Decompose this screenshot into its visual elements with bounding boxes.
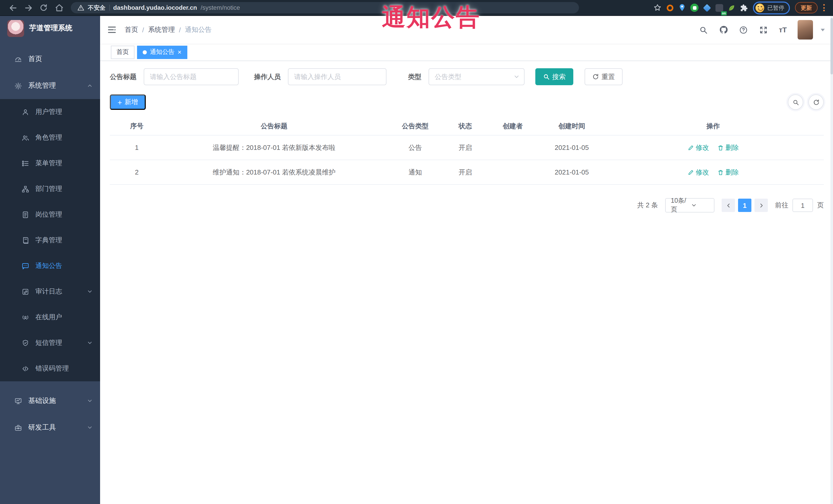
app-logo-row[interactable]: 芋道管理系统: [0, 16, 100, 41]
cell-no: 1: [110, 144, 164, 151]
scrollbar-thumb[interactable]: [830, 18, 833, 74]
page-number-1[interactable]: 1: [738, 199, 752, 212]
url-path[interactable]: /system/notice: [201, 4, 240, 11]
url-divider: [109, 5, 110, 11]
breadcrumb-home[interactable]: 首页: [125, 25, 138, 34]
font-size-icon[interactable]: тT: [779, 26, 787, 34]
search-icon: [543, 73, 550, 80]
tag-notice[interactable]: 通知公告 ×: [137, 45, 187, 59]
extension-leaf-icon[interactable]: [725, 2, 738, 14]
dict-icon: [22, 236, 29, 244]
address-bar[interactable]: 不安全 dashboard.yudao.iocoder.cn /system/n…: [71, 2, 579, 13]
reset-button[interactable]: 重置: [585, 68, 623, 85]
home-icon: [15, 55, 22, 63]
sidebar-item-dev-tools[interactable]: 研发工具: [0, 414, 100, 441]
next-page-button[interactable]: [755, 199, 768, 212]
post-icon: [22, 211, 29, 218]
delete-link[interactable]: 删除: [717, 143, 739, 152]
sidebar-item-notice[interactable]: 通知公告: [0, 253, 100, 279]
notice-type-select[interactable]: 公告类型: [429, 68, 525, 85]
online-user-icon: [22, 313, 29, 321]
breadcrumb-system[interactable]: 系统管理: [148, 25, 175, 34]
table-header-row: 序号 公告标题 公告类型 状态 创建者 创建时间 操作: [110, 117, 824, 136]
help-icon[interactable]: [739, 25, 748, 34]
sidebar-item-role-management[interactable]: 角色管理: [0, 125, 100, 150]
extension-database-icon[interactable]: on: [713, 2, 725, 14]
browser-forward-icon[interactable]: [21, 1, 36, 15]
sidebar-item-menu-management[interactable]: 菜单管理: [0, 150, 100, 176]
cell-title: 维护通知：2018-07-01 若依系统凌晨维护: [164, 168, 384, 177]
browser-reload-icon[interactable]: [36, 1, 51, 15]
menu-tree-icon: [22, 159, 29, 167]
sidebar-item-user-management[interactable]: 用户管理: [0, 99, 100, 125]
cell-create-time: 2021-01-05: [541, 168, 602, 176]
refresh-icon: [592, 73, 599, 80]
page-size-select[interactable]: 10条/页: [665, 198, 714, 213]
extension-orange-ring-icon[interactable]: [664, 2, 676, 14]
extension-blue-gem-icon[interactable]: [700, 2, 713, 14]
operator-label: 操作人员: [254, 72, 281, 81]
table-row[interactable]: 1 温馨提醒：2018-07-01 若依新版本发布啦 公告 开启 2021-01…: [110, 136, 824, 160]
sidebar-item-error-code-management[interactable]: 错误码管理: [0, 356, 100, 381]
security-label[interactable]: 不安全: [88, 4, 105, 11]
avatar-caret-down-icon[interactable]: [821, 28, 825, 31]
cell-create-time: 2021-01-05: [541, 144, 602, 151]
browser-menu-icon[interactable]: [820, 2, 828, 13]
search-button[interactable]: 搜索: [535, 68, 573, 85]
cell-title: 温馨提醒：2018-07-01 若依新版本发布啦: [164, 143, 384, 152]
sidebar-item-audit-log[interactable]: 审计日志: [0, 279, 100, 304]
cell-no: 2: [110, 168, 164, 176]
chevron-down-icon: [87, 340, 93, 346]
header-search-icon[interactable]: [699, 25, 708, 34]
fullscreen-icon[interactable]: [759, 25, 768, 34]
url-host[interactable]: dashboard.yudao.iocoder.cn: [113, 4, 197, 11]
hamburger-icon[interactable]: [106, 24, 118, 35]
tag-home[interactable]: 首页: [111, 45, 135, 59]
not-secure-warning-icon: [77, 5, 84, 11]
peoples-icon: [22, 134, 29, 141]
trash-icon: [717, 144, 723, 151]
sidebar-item-online-users[interactable]: 在线用户: [0, 304, 100, 330]
operator-input[interactable]: [288, 68, 386, 85]
browser-update-button[interactable]: 更新: [795, 2, 817, 13]
user-avatar[interactable]: [798, 20, 813, 40]
sidebar-item-system-management[interactable]: 系统管理: [0, 72, 100, 99]
sidebar-item-dept-management[interactable]: 部门管理: [0, 176, 100, 202]
browser-home-icon[interactable]: [51, 1, 67, 15]
notice-title-input[interactable]: [144, 68, 239, 85]
edit-link[interactable]: 修改: [688, 143, 709, 152]
add-button[interactable]: + 新增: [110, 94, 146, 110]
page-unit-label: 页: [817, 201, 824, 210]
extension-location-pin-icon[interactable]: [676, 2, 688, 14]
devtools-icon: [15, 424, 22, 431]
tag-close-icon[interactable]: ×: [177, 49, 182, 55]
prev-page-button[interactable]: [722, 199, 735, 212]
delete-link[interactable]: 删除: [717, 168, 739, 177]
gear-icon: [15, 82, 22, 90]
edit-pencil-icon: [688, 169, 694, 175]
edit-link[interactable]: 修改: [688, 168, 709, 177]
page: 不安全 dashboard.yudao.iocoder.cn /system/n…: [0, 0, 833, 504]
profile-paused-pill[interactable]: 已暂停: [753, 1, 790, 14]
goto-label: 前往: [775, 201, 788, 210]
sidebar-item-infrastructure[interactable]: 基础设施: [0, 387, 100, 414]
sidebar-item-post-management[interactable]: 岗位管理: [0, 202, 100, 227]
refresh-table-button[interactable]: [808, 94, 824, 110]
extension-green-circle-icon[interactable]: [688, 2, 700, 14]
sidebar-item-sms-management[interactable]: 短信管理: [0, 330, 100, 356]
tags-bar: 首页 通知公告 ×: [100, 44, 833, 61]
goto-page-input[interactable]: [792, 199, 813, 212]
table-row[interactable]: 2 维护通知：2018-07-01 若依系统凌晨维护 通知 开启 2021-01…: [110, 160, 824, 185]
window-scrollbar[interactable]: [830, 16, 833, 504]
sidebar-item-dict-management[interactable]: 字典管理: [0, 227, 100, 253]
browser-back-icon[interactable]: [5, 1, 21, 15]
sidebar-item-home[interactable]: 首页: [0, 46, 100, 72]
github-icon[interactable]: [719, 25, 728, 34]
cell-status: 开启: [446, 168, 484, 177]
bookmark-star-icon[interactable]: [651, 2, 664, 14]
extensions-puzzle-icon[interactable]: [738, 2, 750, 14]
notice-title-label: 公告标题: [110, 72, 137, 81]
toggle-search-button[interactable]: [788, 94, 803, 110]
log-icon: [22, 288, 29, 295]
plus-icon: +: [118, 98, 122, 106]
